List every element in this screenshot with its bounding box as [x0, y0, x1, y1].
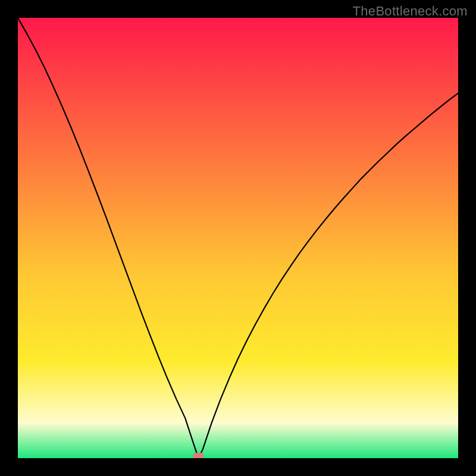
plot-area	[18, 18, 458, 458]
minimum-marker	[193, 453, 203, 458]
watermark-text: TheBottleneck.com	[353, 4, 468, 19]
gradient-background	[18, 18, 458, 458]
chart-svg	[18, 18, 458, 458]
chart-frame: TheBottleneck.com	[0, 0, 476, 476]
